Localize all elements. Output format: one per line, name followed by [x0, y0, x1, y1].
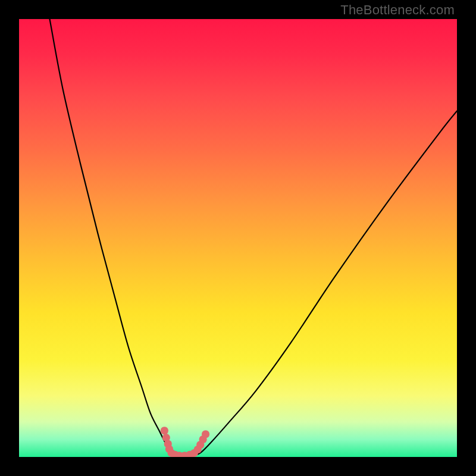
curve-line — [50, 19, 457, 456]
marker-dot — [161, 427, 168, 434]
bottleneck-curve — [50, 19, 457, 456]
highlight-markers — [161, 427, 209, 457]
curves-svg — [19, 19, 457, 457]
chart-frame: TheBottleneck.com — [0, 0, 476, 476]
marker-dot — [202, 430, 209, 438]
plot-area — [19, 19, 457, 457]
watermark-text: TheBottleneck.com — [340, 2, 455, 18]
